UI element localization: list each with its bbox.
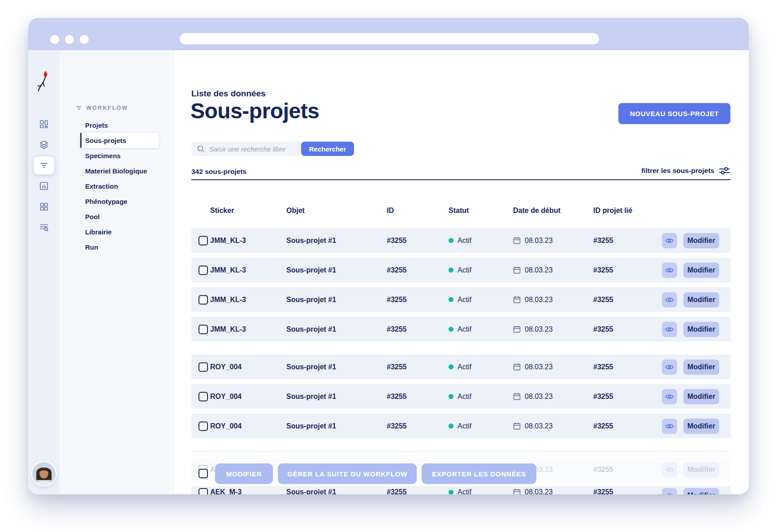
view-button[interactable]: [662, 233, 677, 248]
cell-linked-project-id: #3255: [593, 266, 613, 274]
row-checkbox[interactable]: [199, 236, 208, 245]
sidebar-item-materiel-biologique[interactable]: Materiel Biologique: [60, 163, 173, 178]
modify-button[interactable]: Modifier: [683, 389, 719, 404]
cell-linked-project-id: #3255: [593, 237, 613, 245]
status-label: Actif: [458, 266, 471, 274]
date-label: 08.03.23: [525, 325, 553, 333]
window-card: WORKFLOW Projets Sous-projets Specimens …: [28, 18, 749, 494]
column-header: ID: [387, 206, 394, 215]
row-checkbox[interactable]: [199, 265, 208, 275]
sidebar-item-specimens[interactable]: Specimens: [60, 148, 173, 163]
eye-icon: [665, 238, 674, 244]
date-label: 08.03.23: [525, 296, 553, 304]
view-button[interactable]: [662, 419, 677, 434]
status-label: Actif: [458, 296, 471, 304]
view-button: [662, 488, 677, 494]
view-button[interactable]: [662, 322, 677, 337]
modify-button[interactable]: Modifier: [683, 233, 719, 248]
new-subproject-button[interactable]: NOUVEAU SOUS-PROJET: [618, 103, 730, 124]
cell-objet: Sous-projet #1: [286, 266, 336, 274]
search-row: Rechercher: [191, 142, 354, 156]
user-avatar[interactable]: [32, 462, 56, 485]
results-count: 342 sous-projets: [191, 168, 246, 176]
table-row: ROY_004Sous-projet #1#3255Actif08.03.23#…: [191, 355, 730, 379]
main-panel: Liste des données Sous-projets NOUVEAU S…: [173, 50, 749, 494]
window-control-icon[interactable]: [50, 35, 59, 44]
view-button[interactable]: [662, 389, 677, 404]
table-row-group-2: ROY_004Sous-projet #1#3255Actif08.03.23#…: [191, 355, 730, 443]
view-button[interactable]: [662, 263, 677, 278]
cell-status: Actif: [449, 237, 471, 245]
view-button[interactable]: [662, 292, 677, 307]
sidebar-icon-dashboard[interactable]: [34, 114, 54, 134]
bulk-select-checkbox[interactable]: [199, 469, 208, 478]
status-label: Actif: [458, 237, 471, 245]
cell-linked-project-id: #3255: [593, 393, 613, 401]
bulk-export-button[interactable]: EXPORTER LES DONNÉES: [422, 463, 536, 484]
cut-row-holder: AEK_M-3Sous-projet #1#3255Actif08.03.23#…: [191, 486, 730, 494]
cell-sticker: ROY_004: [210, 393, 242, 401]
search-input[interactable]: [208, 145, 294, 153]
modify-button[interactable]: Modifier: [683, 359, 719, 375]
sidebar-icon-grid[interactable]: [34, 196, 54, 217]
sidebar-icon-list-search[interactable]: [34, 217, 54, 238]
cell-id: #3255: [387, 266, 407, 274]
sidebar-item-extraction[interactable]: Extraction: [60, 178, 173, 194]
url-bar[interactable]: [180, 33, 599, 44]
modify-button[interactable]: Modifier: [683, 322, 719, 337]
search-button[interactable]: Rechercher: [301, 142, 354, 156]
calendar-icon: [513, 393, 521, 400]
table-header: Sticker Objet ID Statut Date de début ID…: [191, 206, 730, 215]
cell-objet: Sous-projet #1: [286, 363, 336, 371]
modify-button: Modifier: [683, 488, 719, 494]
workflow-sidebar: WORKFLOW Projets Sous-projets Specimens …: [60, 50, 173, 494]
search-field[interactable]: [191, 142, 301, 156]
modify-button[interactable]: Modifier: [683, 419, 719, 434]
sidebar-item-phenotypage[interactable]: Phénotypage: [60, 194, 173, 209]
row-checkbox[interactable]: [199, 362, 208, 372]
sidebar-item-projets[interactable]: Projets: [60, 117, 173, 133]
filter-icon: [39, 160, 49, 170]
dashboard-icon: [39, 119, 49, 129]
sidebar-icon-filter-active[interactable]: [34, 156, 54, 174]
modify-button[interactable]: Modifier: [683, 263, 719, 278]
column-header: Objet: [286, 206, 305, 215]
page-title: Sous-projets: [190, 99, 319, 123]
filter-list-label: filtrer les sous-projets: [641, 167, 714, 175]
sidebar-icon-chart[interactable]: [34, 176, 54, 196]
table-row-group-1: JMM_KL-3Sous-projet #1#3255Actif08.03.23…: [191, 228, 730, 346]
table-row: AEK_M-3Sous-projet #1#3255Actif08.03.23#…: [191, 486, 730, 494]
sidebar-icon-layers[interactable]: [34, 134, 54, 155]
grid-icon: [39, 202, 49, 212]
cell-objet: Sous-projet #1: [286, 325, 336, 333]
cell-sticker: ROY_004: [210, 422, 242, 430]
filter-list-trigger[interactable]: filtrer les sous-projets: [641, 166, 730, 176]
row-checkbox[interactable]: [199, 295, 208, 304]
cell-id: #3255: [387, 422, 407, 430]
cell-start-date: 08.03.23: [513, 363, 553, 371]
sidebar-item-librairie[interactable]: Librairie: [60, 224, 173, 239]
window-control-icon[interactable]: [80, 35, 89, 44]
page-eyebrow: Liste des données: [191, 89, 266, 99]
table-row: JMM_KL-3Sous-projet #1#3255Actif08.03.23…: [191, 258, 730, 282]
status-dot-icon: [449, 297, 453, 302]
cell-objet: Sous-projet #1: [286, 393, 336, 401]
sidebar-item-run[interactable]: Run: [60, 239, 173, 255]
sidebar-item-sous-projets[interactable]: Sous-projets: [80, 133, 159, 148]
sidebar-item-pool[interactable]: Pool: [60, 209, 173, 224]
table-divider: [191, 451, 730, 452]
cell-sticker: AEK_M-3: [210, 488, 242, 494]
modify-button[interactable]: Modifier: [683, 292, 719, 307]
status-label: Actif: [458, 422, 471, 430]
row-checkbox[interactable]: [199, 324, 208, 334]
bar-chart-icon: [39, 181, 49, 191]
browser-top-bar: [28, 18, 749, 50]
row-checkbox[interactable]: [199, 392, 208, 401]
workflow-section-header: WORKFLOW: [76, 105, 128, 111]
bulk-modify-button[interactable]: MODIFIER: [215, 463, 273, 484]
view-button[interactable]: [662, 359, 677, 375]
window-control-icon[interactable]: [65, 35, 74, 44]
row-checkbox[interactable]: [199, 421, 208, 431]
bulk-workflow-button[interactable]: GÉRER LA SUITE DU WORKFLOW: [278, 463, 417, 484]
calendar-icon: [513, 422, 521, 430]
